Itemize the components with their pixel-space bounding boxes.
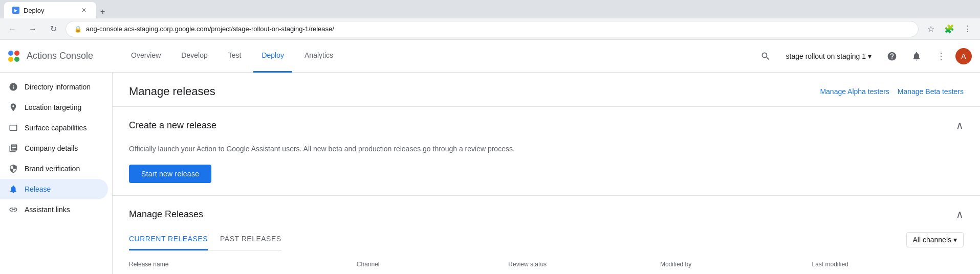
sidebar-item-label: Release (25, 185, 51, 193)
table-col-review-status: Review status (508, 261, 660, 268)
sidebar-item-directory-information[interactable]: Directory information (0, 77, 108, 97)
more-button[interactable]: ⋮ (960, 21, 976, 37)
address-bar[interactable]: 🔒 aog-console.acs-staging.corp.google.co… (66, 21, 919, 37)
table-col-channel: Channel (357, 261, 509, 268)
table-col-release-name: Release name (129, 261, 357, 268)
app-title: Actions Console (27, 51, 93, 61)
section-body: Officially launch your Action to Google … (113, 144, 980, 195)
dropdown-icon: ▾ (868, 52, 872, 60)
section-header[interactable]: Create a new release ∧ (113, 107, 980, 144)
sidebar-item-label: Company details (25, 144, 78, 152)
browser-action-buttons: ☆ 🧩 ⋮ (923, 21, 976, 37)
link-icon (8, 204, 18, 215)
url-text: aog-console.acs-staging.corp.google.com/… (86, 25, 334, 33)
create-release-description: Officially launch your Action to Google … (129, 144, 964, 154)
tab-close-button[interactable]: ✕ (80, 6, 88, 14)
sidebar-item-label: Directory information (25, 83, 91, 91)
notifications-button[interactable] (906, 46, 927, 66)
app-container: Actions Console Overview Develop Test De… (0, 40, 980, 274)
sidebar-item-surface-capabilities[interactable]: Surface capabilities (0, 118, 108, 138)
nav-item-overview[interactable]: Overview (123, 40, 169, 73)
forward-button[interactable]: → (25, 21, 41, 37)
sidebar-item-label: Surface capabilities (25, 124, 86, 132)
help-button[interactable] (882, 46, 902, 66)
nav-item-deploy[interactable]: Deploy (253, 40, 292, 73)
release-tabs: CURRENT RELEASES PAST RELEASES (129, 229, 281, 250)
bookmark-button[interactable]: ☆ (923, 21, 939, 37)
channel-dropdown-icon: ▾ (953, 236, 957, 244)
sidebar-item-brand-verification[interactable]: Brand verification (0, 158, 108, 179)
table-col-modified-by: Modified by (660, 261, 812, 268)
location-icon (8, 102, 18, 112)
google-logo (8, 51, 19, 62)
manage-alpha-testers-link[interactable]: Manage Alpha testers (820, 87, 889, 96)
sidebar-item-release[interactable]: Release (0, 179, 108, 199)
manage-beta-testers-link[interactable]: Manage Beta testers (898, 87, 964, 96)
tab-favicon: ▶ (12, 7, 19, 14)
more-options-button[interactable]: ⋮ (931, 46, 951, 66)
nav-item-analytics[interactable]: Analytics (296, 40, 341, 73)
project-selector[interactable]: stage rollout on staging 1 ▾ (780, 49, 878, 63)
page-header: Manage releases Manage Alpha testers Man… (113, 73, 980, 107)
avatar[interactable]: A (955, 48, 972, 64)
manage-releases-title: Manage Releases (129, 209, 203, 220)
sidebar-item-location-targeting[interactable]: Location targeting (0, 97, 108, 118)
back-button[interactable]: ← (4, 21, 20, 37)
main-layout: Directory information Location targeting… (0, 73, 980, 274)
tab-past-releases[interactable]: PAST RELEASES (220, 229, 281, 250)
lock-icon: 🔒 (74, 26, 82, 33)
manage-releases-collapse-icon: ∧ (956, 208, 964, 220)
top-nav-items: Overview Develop Test Deploy Analytics (111, 40, 755, 73)
sidebar-item-label: Brand verification (25, 165, 80, 173)
sidebar-item-assistant-links[interactable]: Assistant links (0, 199, 108, 220)
project-name: stage rollout on staging 1 (786, 52, 866, 60)
reload-button[interactable]: ↻ (45, 21, 61, 37)
top-nav: Actions Console Overview Develop Test De… (0, 40, 980, 73)
manage-releases-section: Manage Releases ∧ CURRENT RELEASES PAST … (113, 196, 980, 274)
logo-dot-yellow (8, 57, 13, 62)
logo-dot-blue (8, 51, 13, 56)
create-release-title: Create a new release (129, 120, 216, 131)
tab-row: CURRENT RELEASES PAST RELEASES All chann… (129, 229, 964, 250)
create-release-section: Create a new release ∧ Officially launch… (113, 107, 980, 196)
table-header: Release name Channel Review status Modif… (129, 255, 964, 274)
sidebar: Directory information Location targeting… (0, 73, 113, 274)
shield-icon (8, 164, 18, 174)
sidebar-item-label: Assistant links (25, 206, 70, 214)
manage-releases-header: Manage Releases ∧ (129, 208, 964, 220)
company-icon (8, 143, 18, 153)
logo-dot-green (14, 57, 19, 62)
active-tab[interactable]: ▶ Deploy ✕ (4, 2, 96, 18)
browser-tab-bar: ▶ Deploy ✕ + (0, 0, 980, 18)
page-title: Manage releases (129, 85, 215, 98)
tab-current-releases[interactable]: CURRENT RELEASES (129, 229, 208, 250)
browser-controls: ← → ↻ 🔒 aog-console.acs-staging.corp.goo… (0, 18, 980, 40)
info-icon (8, 82, 18, 92)
surface-icon (8, 123, 18, 133)
start-new-release-button[interactable]: Start new release (129, 165, 211, 183)
logo-dot-red (14, 51, 19, 56)
section-collapse-icon: ∧ (956, 119, 964, 131)
nav-right-actions: stage rollout on staging 1 ▾ ⋮ A (755, 46, 972, 66)
channel-selector-label: All channels (913, 236, 952, 244)
nav-item-develop[interactable]: Develop (173, 40, 215, 73)
channel-selector[interactable]: All channels ▾ (906, 232, 964, 247)
search-button[interactable] (755, 46, 776, 66)
main-content: Manage releases Manage Alpha testers Man… (113, 73, 980, 274)
sidebar-item-label: Location targeting (25, 103, 81, 111)
release-icon (8, 184, 18, 194)
extensions-button[interactable]: 🧩 (941, 21, 957, 37)
new-tab-button[interactable]: + (98, 5, 107, 18)
nav-item-test[interactable]: Test (220, 40, 250, 73)
tab-title: Deploy (24, 7, 44, 14)
sidebar-item-company-details[interactable]: Company details (0, 138, 108, 158)
logo-area: Actions Console (8, 51, 111, 62)
header-actions: Manage Alpha testers Manage Beta testers (820, 87, 964, 96)
table-col-last-modified: Last modified (812, 261, 964, 268)
